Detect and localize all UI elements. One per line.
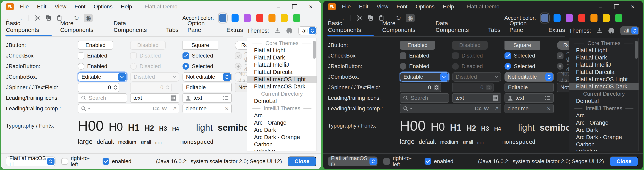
- spinner-arrows-icon[interactable]: [434, 85, 439, 90]
- tab-more-components[interactable]: More Components: [382, 20, 426, 36]
- accent-swatch[interactable]: [615, 14, 622, 22]
- right-to-left-checkbox[interactable]: right-to-left: [383, 155, 419, 168]
- calendar-table-icon[interactable]: [170, 95, 176, 101]
- close-button[interactable]: Close: [288, 156, 316, 166]
- checkbox[interactable]: [61, 158, 68, 165]
- search-icon[interactable]: [81, 106, 86, 111]
- text-field-with-user-icon[interactable]: text: [182, 93, 232, 103]
- editable-textfield[interactable]: Editable: [504, 83, 554, 92]
- theme-list-item[interactable]: FlatLaf macOS Dark: [247, 83, 316, 90]
- regex-icon[interactable]: .*: [495, 106, 498, 112]
- theme-list-item[interactable]: Carbon: [247, 141, 316, 148]
- theme-list-item[interactable]: Arc - Orange: [569, 119, 638, 126]
- theme-list-item[interactable]: Cobalt 2: [247, 148, 316, 151]
- enabled-checkbox[interactable]: enabled: [102, 158, 132, 165]
- close-window-button[interactable]: ×: [309, 4, 312, 10]
- accent-swatch[interactable]: [566, 14, 573, 22]
- noneditable-combobox[interactable]: Not editable: [182, 72, 232, 82]
- menu-view[interactable]: View: [54, 4, 66, 10]
- theme-list-item[interactable]: Arc Dark: [247, 126, 316, 134]
- checkbox[interactable]: [383, 158, 390, 165]
- checkbox-selected[interactable]: [182, 52, 189, 59]
- menu-file[interactable]: File: [20, 4, 29, 10]
- theme-list-item[interactable]: FlatLaf macOS Light: [569, 76, 638, 83]
- editable-combobox[interactable]: Editable: [400, 72, 449, 82]
- calendar-table-icon[interactable]: [492, 95, 498, 101]
- chevron-updown-icon[interactable]: [631, 27, 638, 34]
- regex-icon[interactable]: .*: [173, 106, 176, 112]
- menu-edit[interactable]: Edit: [359, 4, 368, 10]
- accent-swatch[interactable]: [541, 14, 548, 22]
- accent-swatch[interactable]: [268, 14, 276, 22]
- themes-filter-combobox[interactable]: all: [620, 26, 639, 35]
- tab-extras[interactable]: Extras: [226, 27, 243, 36]
- tab-basic-components[interactable]: Basic Components: [6, 20, 51, 36]
- download-icon[interactable]: [274, 28, 280, 34]
- minimize-button[interactable]: –: [277, 4, 280, 10]
- theme-list-item[interactable]: Arc: [247, 112, 316, 119]
- scrollbar-thumb[interactable]: [635, 41, 638, 59]
- tab-more-components[interactable]: More Components: [60, 20, 104, 36]
- theme-list-item[interactable]: Arc Dark - Orange: [247, 134, 316, 141]
- spinner-arrows-icon[interactable]: [114, 85, 117, 90]
- accent-swatch[interactable]: [603, 14, 610, 22]
- theme-list-item[interactable]: FlatLaf Light: [247, 47, 316, 54]
- menu-font[interactable]: Font: [75, 4, 86, 10]
- spinner[interactable]: 0: [400, 83, 441, 92]
- themes-list[interactable]: Core ThemesFlatLaf LightFlatLaf DarkFlat…: [569, 38, 639, 151]
- laf-combobox[interactable]: FlatLaf macOS Li...: [6, 156, 56, 166]
- chevron-down-icon[interactable]: [118, 73, 126, 81]
- menu-options[interactable]: Options: [416, 4, 435, 10]
- editable-textfield[interactable]: Editable: [182, 83, 232, 92]
- accent-swatch[interactable]: [554, 14, 560, 22]
- text-field-with-table-icon[interactable]: text: [130, 93, 179, 103]
- accent-swatch[interactable]: [281, 14, 288, 22]
- menu-file[interactable]: File: [342, 4, 351, 10]
- accent-swatch[interactable]: [219, 14, 226, 22]
- checkbox-selected[interactable]: [504, 52, 511, 59]
- list-icon[interactable]: [223, 95, 228, 101]
- theme-list-item[interactable]: FlatLaf Darcula: [247, 68, 316, 76]
- clear-icon[interactable]: ×: [547, 105, 550, 112]
- checkbox-enabled[interactable]: [78, 52, 84, 59]
- theme-list-item[interactable]: FlatLaf IntelliJ: [247, 61, 316, 68]
- accent-swatch[interactable]: [590, 14, 598, 22]
- enabled-button[interactable]: Enabled: [400, 41, 435, 50]
- square-button[interactable]: Square: [182, 41, 218, 50]
- download-icon[interactable]: [596, 28, 602, 34]
- checkbox[interactable]: [102, 158, 109, 165]
- chevron-down-icon[interactable]: [440, 73, 448, 81]
- theme-list-item[interactable]: DemoLaf: [247, 97, 316, 105]
- chevron-updown-icon[interactable]: [309, 27, 316, 34]
- theme-list-item[interactable]: Arc - Orange: [247, 119, 316, 126]
- theme-list-item[interactable]: DemoLaf: [569, 97, 638, 105]
- tab-option-pane[interactable]: Option Pane: [188, 20, 218, 36]
- theme-list-item[interactable]: Carbon: [569, 141, 638, 148]
- clear-icon[interactable]: ×: [225, 105, 228, 112]
- match-case-icon[interactable]: Cc: [475, 106, 482, 112]
- theme-list-item[interactable]: FlatLaf Dark: [247, 54, 316, 61]
- search-with-options-field[interactable]: Cc W .*: [400, 104, 501, 113]
- text-field-with-user-icon[interactable]: text: [504, 93, 554, 103]
- menu-view[interactable]: View: [376, 4, 388, 10]
- checkbox-enabled[interactable]: [400, 52, 406, 59]
- accent-swatch[interactable]: [244, 14, 251, 22]
- tab-tabs[interactable]: Tabs: [166, 27, 178, 36]
- theme-list-item[interactable]: FlatLaf macOS Dark: [569, 83, 638, 90]
- tab-data-components[interactable]: Data Components: [436, 20, 479, 36]
- checkbox[interactable]: [424, 158, 431, 165]
- search-field[interactable]: Search: [78, 93, 127, 103]
- menu-help[interactable]: Help: [121, 4, 132, 10]
- accent-swatch[interactable]: [256, 14, 263, 22]
- right-to-left-checkbox[interactable]: right-to-left: [61, 155, 97, 168]
- theme-list-item[interactable]: Arc Dark - Orange: [569, 134, 638, 141]
- theme-list-item[interactable]: FlatLaf Darcula: [569, 68, 638, 76]
- theme-list-item[interactable]: Arc Dark: [569, 126, 638, 134]
- maximize-button[interactable]: [614, 4, 619, 10]
- theme-list-item[interactable]: FlatLaf Light: [569, 47, 638, 54]
- tab-option-pane[interactable]: Option Pane: [510, 20, 540, 36]
- radio-enabled[interactable]: [400, 63, 406, 70]
- github-icon[interactable]: [608, 27, 615, 34]
- menu-help[interactable]: Help: [443, 4, 454, 10]
- editable-combobox[interactable]: Editable: [78, 72, 127, 82]
